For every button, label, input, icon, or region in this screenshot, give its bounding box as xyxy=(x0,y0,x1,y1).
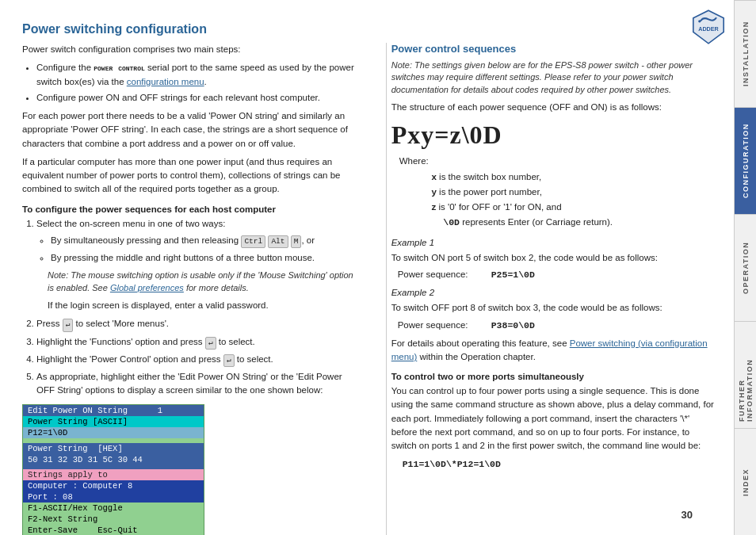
formula-display: Pxy=z\0D xyxy=(391,120,715,150)
sidebar-tabs: INSTALLATION CONFIGURATION OPERATION FUR… xyxy=(734,0,756,535)
tab-installation[interactable]: INSTALLATION xyxy=(735,0,756,107)
details-text: For details about operating this feature… xyxy=(391,337,715,365)
screen-mockup: Edit Power ON String 1 Power String [ASC… xyxy=(22,404,204,535)
step-1a: By simultaneously pressing and then rele… xyxy=(51,234,362,248)
screen-row-2: Power String [ASCII] xyxy=(23,416,204,427)
screen-row-8: Strings apply to xyxy=(23,469,204,480)
example2-seq: Power sequence: P38=0\0D xyxy=(398,320,715,331)
screen-row-9: Computer : Computer 8 xyxy=(23,480,204,491)
step-5: As appropriate, highlight either the 'Ed… xyxy=(36,370,362,398)
tab-configuration[interactable]: CONFIGURATION xyxy=(735,107,756,214)
screen-row-12: F2-Next String xyxy=(23,514,204,525)
step-1-sub: By simultaneously pressing and then rele… xyxy=(51,234,362,266)
main-content: Power switching configuration Power swit… xyxy=(0,0,734,535)
svg-text:ADDER: ADDER xyxy=(698,25,719,32)
formula-where: Where: x is the switch box number, y is … xyxy=(399,155,715,229)
right-section-title: Power control sequences xyxy=(391,43,715,55)
configure-subheading: To configure the power sequences for eac… xyxy=(22,204,362,214)
example2-label: Power sequence: xyxy=(398,320,485,330)
where-z: z is '0' for OFF or '1' for ON, and xyxy=(399,201,715,214)
example1-intro: To switch ON port 5 of switch box 2, the… xyxy=(391,251,715,265)
simultaneous-title: To control two or more ports simultaneou… xyxy=(391,372,715,381)
intro-text: Power switch configuration comprises two… xyxy=(22,43,362,56)
example1-value: P25=1\0D xyxy=(491,269,535,280)
step1-note: Note: The mouse switching option is usab… xyxy=(48,269,362,294)
tab-operation[interactable]: OPERATION xyxy=(735,214,756,321)
right-column: Power control sequences Note: The settin… xyxy=(386,43,715,535)
example2-value: P38=0\0D xyxy=(491,320,535,331)
step-2: Press ↵ to select 'More menus'. xyxy=(36,317,362,331)
step-1: Select the on-screen menu in one of two … xyxy=(36,217,362,313)
svg-point-3 xyxy=(698,20,701,22)
step-4: Highlight the 'Power Control' option and… xyxy=(36,353,362,367)
page-number: 30 xyxy=(682,509,693,521)
screen-row-5: Power String [HEX] xyxy=(23,443,204,454)
screen-row-6: 50 31 32 3D 31 5C 30 44 xyxy=(23,454,204,465)
para2: If a particular computer has more than o… xyxy=(22,155,362,197)
screen-row-3: P12=1\0D xyxy=(23,427,204,438)
where-label: Where: xyxy=(399,155,715,168)
power-switching-link[interactable]: Power switching (via configuration menu) xyxy=(391,338,708,361)
intro-bullets: Configure the power control serial port … xyxy=(36,61,362,105)
config-menu-link[interactable]: configuration menu xyxy=(127,77,204,86)
screen-row-10: Port : 08 xyxy=(23,491,204,503)
simultaneous-example: P11=1\0D\*P12=1\0D xyxy=(403,457,715,471)
step1-note2: If the login screen is displayed, enter … xyxy=(48,299,362,312)
example1-label: Power sequence: xyxy=(398,269,485,279)
structure-intro: The structure of each power sequence (OF… xyxy=(391,101,715,114)
screen-row-1: Edit Power ON String 1 xyxy=(23,405,204,416)
step-1b: By pressing the middle and right buttons… xyxy=(51,251,362,265)
where-x: x is the switch box number, xyxy=(399,170,715,184)
para1: For each power port there needs to be a … xyxy=(22,109,362,151)
step-3: Highlight the 'Functions' option and pre… xyxy=(36,335,362,350)
bullet-1: Configure the power control serial port … xyxy=(36,61,362,89)
page-title: Power switching configuration xyxy=(22,22,715,36)
where-y: y is the power port number, xyxy=(399,185,715,199)
screen-row-11: F1-ASCII/Hex Toggle xyxy=(23,503,204,514)
global-prefs-link[interactable]: Global preferences xyxy=(110,283,184,292)
screen-row-13: Enter-Save Esc-Quit xyxy=(23,525,204,535)
example2-intro: To switch OFF port 8 of switch box 3, th… xyxy=(391,301,715,315)
right-note: Note: The settings given below are for t… xyxy=(391,59,715,96)
example1-seq: Power sequence: P25=1\0D xyxy=(398,269,715,280)
bullet-2: Configure power ON and OFF strings for e… xyxy=(36,91,362,105)
adder-logo: ADDER xyxy=(689,8,727,46)
example2-title: Example 2 xyxy=(391,286,715,300)
example1-title: Example 1 xyxy=(391,236,715,250)
where-0d: \0D represents Enter (or Carriage return… xyxy=(399,216,715,229)
simultaneous-para: You can control up to four power ports u… xyxy=(391,384,715,453)
left-column: Power switch configuration comprises two… xyxy=(22,43,370,535)
tab-further-information[interactable]: FURTHER INFORMATION xyxy=(735,321,756,428)
tab-index[interactable]: INDEX xyxy=(735,428,756,535)
steps-list: Select the on-screen menu in one of two … xyxy=(36,217,362,398)
